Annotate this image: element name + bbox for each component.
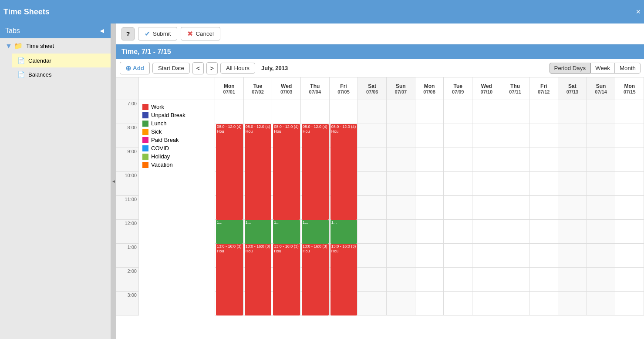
day-cell-1-9[interactable] — [472, 124, 501, 148]
day-cell-8-5[interactable] — [358, 292, 387, 315]
day-cell-3-13[interactable] — [587, 172, 616, 195]
day-cell-2-9[interactable] — [472, 148, 501, 171]
day-cell-7-6[interactable] — [387, 268, 415, 291]
day-cell-6-7[interactable] — [415, 244, 444, 267]
day-cell-0-1[interactable] — [244, 100, 273, 124]
day-cell-5-10[interactable] — [501, 220, 530, 243]
day-cell-1-10[interactable] — [501, 124, 530, 148]
day-cell-1-12[interactable] — [558, 124, 587, 148]
day-cell-7-10[interactable] — [501, 268, 530, 291]
day-cell-8-9[interactable] — [472, 292, 501, 315]
day-cell-3-10[interactable] — [501, 172, 530, 195]
day-cell-1-8[interactable] — [444, 124, 472, 148]
event-0[interactable]: 08:0 - 12:0 (4) Hou — [216, 124, 243, 220]
day-cell-4-10[interactable] — [501, 196, 530, 219]
day-cell-1-13[interactable] — [587, 124, 616, 148]
event-9[interactable]: 1... — [330, 220, 357, 244]
day-cell-2-8[interactable] — [444, 148, 472, 171]
day-cell-0-11[interactable] — [529, 100, 558, 124]
day-cell-5-14[interactable] — [615, 220, 644, 243]
day-cell-7-9[interactable] — [472, 268, 501, 291]
day-cell-2-12[interactable] — [558, 148, 587, 171]
day-cell-2-11[interactable] — [529, 148, 558, 171]
day-cell-6-12[interactable] — [558, 244, 587, 267]
event-5[interactable]: 1... — [216, 220, 243, 244]
event-14[interactable]: 13:0 - 16:0 (3) Hou — [330, 244, 357, 316]
day-cell-0-12[interactable] — [558, 100, 587, 124]
day-cell-1-14[interactable] — [615, 124, 644, 148]
day-cell-3-6[interactable] — [387, 172, 415, 195]
sidebar-toggle[interactable]: ◄ — [98, 27, 105, 35]
close-button[interactable]: × — [636, 7, 641, 17]
period-days-button[interactable]: Period Days — [550, 63, 591, 74]
sidebar-collapse-handle[interactable]: ◄ — [111, 23, 116, 339]
event-4[interactable]: 08:0 - 12:0 (4) Hou — [330, 124, 357, 220]
day-cell-0-13[interactable] — [587, 100, 616, 124]
day-cell-0-7[interactable] — [415, 100, 444, 124]
day-cell-3-9[interactable] — [472, 172, 501, 195]
help-button[interactable]: ? — [121, 27, 135, 40]
day-cell-3-7[interactable] — [415, 172, 444, 195]
event-10[interactable]: 13:0 - 16:0 (3) Hou — [216, 244, 243, 316]
day-cell-1-11[interactable] — [529, 124, 558, 148]
day-cell-5-6[interactable] — [387, 220, 415, 243]
day-cell-4-12[interactable] — [558, 196, 587, 219]
day-cell-0-3[interactable] — [301, 100, 330, 124]
day-cell-0-9[interactable] — [472, 100, 501, 124]
day-cell-0-0[interactable] — [215, 100, 244, 124]
day-cell-0-4[interactable] — [330, 100, 358, 124]
day-cell-0-2[interactable] — [272, 100, 301, 124]
day-cell-8-14[interactable] — [615, 292, 644, 315]
week-button[interactable]: Week — [590, 63, 615, 74]
day-cell-8-10[interactable] — [501, 292, 530, 315]
day-cell-0-5[interactable] — [358, 100, 387, 124]
day-cell-6-5[interactable] — [358, 244, 387, 267]
day-cell-7-12[interactable] — [558, 268, 587, 291]
day-cell-8-7[interactable] — [415, 292, 444, 315]
event-3[interactable]: 08:0 - 12:0 (4) Hou — [302, 124, 329, 220]
event-12[interactable]: 13:0 - 16:0 (3) Hou — [273, 244, 300, 316]
day-cell-4-9[interactable] — [472, 196, 501, 219]
day-cell-2-14[interactable] — [615, 148, 644, 171]
day-cell-7-13[interactable] — [587, 268, 616, 291]
day-cell-0-6[interactable] — [387, 100, 415, 124]
day-cell-3-8[interactable] — [444, 172, 472, 195]
day-cell-8-8[interactable] — [444, 292, 472, 315]
calendar-area[interactable]: 7:008:009:0010:0011:0012:001:002:003:00 … — [116, 77, 644, 339]
day-cell-7-11[interactable] — [529, 268, 558, 291]
day-cell-1-6[interactable] — [387, 124, 415, 148]
day-cell-0-8[interactable] — [444, 100, 472, 124]
start-date-button[interactable]: Start Date — [152, 63, 190, 74]
sidebar-item-calendar[interactable]: 📄 Calendar — [12, 54, 111, 67]
day-cell-7-8[interactable] — [444, 268, 472, 291]
next-button[interactable]: > — [206, 62, 218, 74]
day-cell-3-12[interactable] — [558, 172, 587, 195]
day-cell-4-5[interactable] — [358, 196, 387, 219]
day-cell-2-10[interactable] — [501, 148, 530, 171]
day-cell-2-6[interactable] — [387, 148, 415, 171]
day-cell-6-11[interactable] — [529, 244, 558, 267]
day-cell-1-7[interactable] — [415, 124, 444, 148]
day-cell-6-6[interactable] — [387, 244, 415, 267]
day-cell-8-6[interactable] — [387, 292, 415, 315]
day-cell-0-14[interactable] — [615, 100, 644, 124]
day-cell-5-8[interactable] — [444, 220, 472, 243]
day-cell-6-9[interactable] — [472, 244, 501, 267]
day-cell-7-5[interactable] — [358, 268, 387, 291]
prev-button[interactable]: < — [192, 62, 204, 74]
day-cell-5-13[interactable] — [587, 220, 616, 243]
day-cell-8-13[interactable] — [587, 292, 616, 315]
day-cell-4-7[interactable] — [415, 196, 444, 219]
day-cell-5-12[interactable] — [558, 220, 587, 243]
day-cell-6-14[interactable] — [615, 244, 644, 267]
day-cell-8-12[interactable] — [558, 292, 587, 315]
all-hours-button[interactable]: All Hours — [220, 63, 255, 74]
sidebar-item-balances[interactable]: 📄 Balances — [12, 67, 111, 81]
day-cell-4-11[interactable] — [529, 196, 558, 219]
day-cell-3-14[interactable] — [615, 172, 644, 195]
day-cell-0-10[interactable] — [501, 100, 530, 124]
day-cell-8-11[interactable] — [529, 292, 558, 315]
day-cell-4-14[interactable] — [615, 196, 644, 219]
day-cell-4-8[interactable] — [444, 196, 472, 219]
day-cell-5-11[interactable] — [529, 220, 558, 243]
